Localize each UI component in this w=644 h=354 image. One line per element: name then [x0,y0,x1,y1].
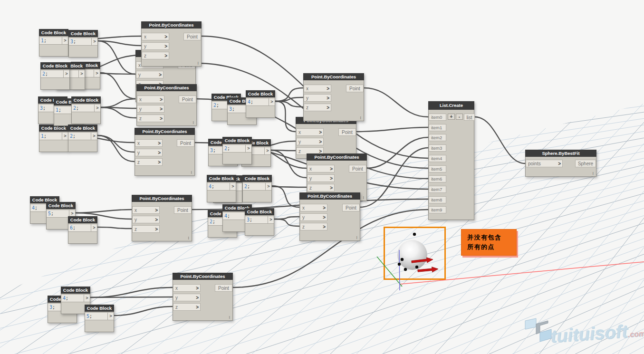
wire[interactable] [101,107,136,118]
wire[interactable] [100,73,136,99]
annotation-line1: 并没有包含 [467,233,516,242]
wire[interactable] [356,127,428,132]
wire[interactable] [76,213,132,219]
wire[interactable] [90,297,173,297]
wire[interactable] [192,199,428,210]
wire[interactable] [76,210,132,213]
wire[interactable] [114,306,173,316]
wire[interactable] [97,227,132,229]
annotation-note: 并没有包含 所有的点 [461,229,517,256]
wires-layer [0,0,644,354]
wire[interactable] [367,137,428,168]
wire[interactable] [68,135,135,143]
wire[interactable] [236,186,307,187]
wire[interactable] [272,186,299,207]
annotation-line2: 所有的点 [467,242,516,252]
wire[interactable] [233,210,428,287]
wire[interactable] [68,36,141,40]
wire[interactable] [85,73,135,74]
wire[interactable] [252,148,307,168]
wire[interactable] [360,148,428,207]
wire[interactable] [195,143,428,189]
wire[interactable] [475,117,525,163]
wire[interactable] [70,55,141,73]
wire[interactable] [274,219,299,226]
wire[interactable] [252,141,296,148]
wire[interactable] [364,88,428,117]
dynamo-canvas: Code Block1;>Code Block3;>Code Block2;>C… [0,0,644,354]
wire[interactable] [90,287,173,297]
wire[interactable] [98,41,135,74]
wire[interactable] [101,99,136,107]
